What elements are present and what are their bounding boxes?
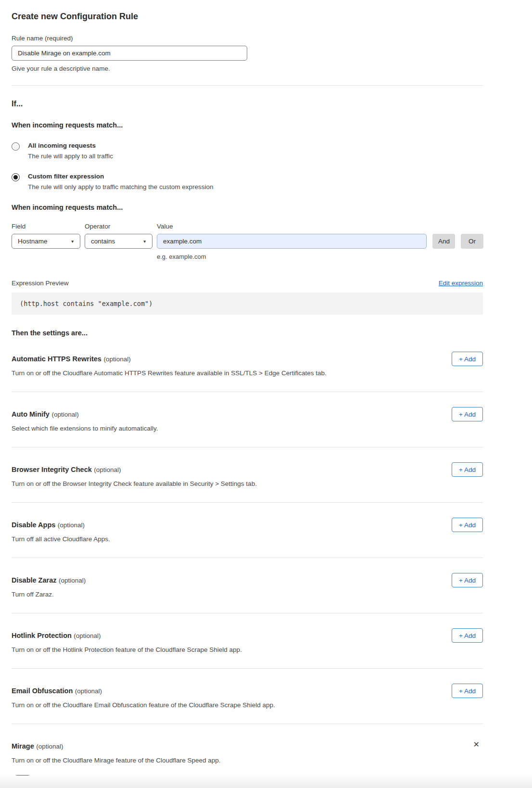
radio-icon-selected[interactable] bbox=[12, 173, 20, 181]
setting-optional-label: (optional) bbox=[75, 687, 102, 695]
create-configuration-rule-page: Create new Configuration Rule Rule name … bbox=[0, 0, 532, 788]
add-button[interactable]: + Add bbox=[452, 684, 483, 698]
setting-row-automatic-https-rewrites: Automatic HTTPS Rewrites (optional) Turn… bbox=[12, 337, 483, 392]
setting-row-browser-integrity-check: Browser Integrity Check (optional) Turn … bbox=[12, 447, 483, 503]
close-icon[interactable]: ✕ bbox=[473, 741, 480, 749]
operator-select-value: contains bbox=[91, 238, 115, 245]
radio-option-custom-filter[interactable]: Custom filter expression The rule will o… bbox=[12, 173, 483, 191]
setting-title: Hotlink Protection bbox=[12, 632, 72, 639]
chevron-down-icon: ▼ bbox=[71, 239, 75, 244]
field-label: Field bbox=[12, 223, 80, 230]
page-title: Create new Configuration Rule bbox=[12, 12, 483, 22]
section-divider bbox=[12, 85, 483, 86]
setting-description: Turn on or off the Cloudflare Automatic … bbox=[12, 369, 483, 377]
rule-name-helper: Give your rule a descriptive name. bbox=[12, 65, 483, 72]
match-subheading: When incoming requests match... bbox=[12, 121, 483, 129]
setting-title: Disable Apps bbox=[12, 521, 55, 529]
setting-description: Turn off all active Cloudflare Apps. bbox=[12, 535, 483, 543]
expression-preview-label: Expression Preview bbox=[12, 280, 69, 287]
value-helper: e.g. example.com bbox=[157, 253, 483, 260]
expression-builder-row: Field Hostname ▼ Operator contains ▼ Val… bbox=[12, 223, 483, 249]
setting-title: Auto Minify bbox=[12, 410, 50, 418]
setting-title: Browser Integrity Check bbox=[12, 466, 92, 473]
field-select[interactable]: Hostname ▼ bbox=[12, 234, 80, 249]
add-button[interactable]: + Add bbox=[452, 628, 483, 643]
edit-expression-link[interactable]: Edit expression bbox=[439, 280, 483, 287]
setting-optional-label: (optional) bbox=[51, 411, 78, 418]
add-button[interactable]: + Add bbox=[452, 352, 483, 366]
then-settings-heading: Then the settings are... bbox=[12, 329, 483, 337]
add-button[interactable]: + Add bbox=[452, 407, 483, 421]
setting-optional-label: (optional) bbox=[74, 632, 101, 639]
radio-label: Custom filter expression bbox=[28, 173, 213, 180]
operator-select[interactable]: contains ▼ bbox=[85, 234, 152, 249]
and-button[interactable]: And bbox=[432, 234, 455, 249]
expression-preview-code: (http.host contains "example.com") bbox=[12, 292, 483, 315]
rule-name-input[interactable] bbox=[12, 46, 247, 61]
add-button[interactable]: + Add bbox=[452, 573, 483, 587]
chevron-down-icon: ▼ bbox=[143, 239, 147, 244]
setting-row-auto-minify: Auto Minify (optional) Select which file… bbox=[12, 392, 483, 447]
if-heading: If... bbox=[12, 100, 483, 108]
radio-icon-unselected[interactable] bbox=[12, 142, 20, 151]
setting-optional-label: (optional) bbox=[94, 466, 121, 473]
setting-optional-label: (optional) bbox=[58, 521, 85, 529]
setting-optional-label: (optional) bbox=[36, 743, 63, 750]
radio-option-all-requests[interactable]: All incoming requests The rule will appl… bbox=[12, 142, 483, 160]
setting-optional-label: (optional) bbox=[59, 577, 86, 584]
radio-description: The rule will apply to all traffic bbox=[28, 153, 113, 160]
setting-title: Disable Zaraz bbox=[12, 576, 57, 584]
radio-label: All incoming requests bbox=[28, 142, 113, 149]
value-input[interactable] bbox=[157, 234, 427, 249]
setting-row-disable-apps: Disable Apps (optional) Turn off all act… bbox=[12, 503, 483, 558]
setting-title: Email Obfuscation bbox=[12, 687, 73, 695]
expression-preview-header: Expression Preview Edit expression bbox=[12, 280, 483, 287]
rule-name-label: Rule name (required) bbox=[12, 35, 483, 42]
setting-description: Turn on or off the Hotlink Protection fe… bbox=[12, 646, 483, 653]
setting-description: Turn on or off the Browser Integrity Che… bbox=[12, 480, 483, 487]
or-button[interactable]: Or bbox=[461, 234, 483, 249]
setting-title: Automatic HTTPS Rewrites bbox=[12, 355, 101, 363]
radio-description: The rule will only apply to traffic matc… bbox=[28, 183, 213, 191]
setting-row-email-obfuscation: Email Obfuscation (optional) Turn on or … bbox=[12, 669, 483, 724]
setting-description: Turn on or off the Cloudflare Mirage fea… bbox=[12, 757, 483, 764]
add-button[interactable]: + Add bbox=[452, 462, 483, 477]
setting-optional-label: (optional) bbox=[103, 356, 130, 363]
value-label: Value bbox=[157, 223, 427, 230]
setting-description: Select which file extensions to minify a… bbox=[12, 425, 483, 432]
setting-title: Mirage bbox=[12, 742, 34, 750]
setting-row-disable-zaraz: Disable Zaraz (optional) Turn off Zaraz.… bbox=[12, 558, 483, 613]
setting-row-hotlink-protection: Hotlink Protection (optional) Turn on or… bbox=[12, 613, 483, 669]
add-button[interactable]: + Add bbox=[452, 518, 483, 532]
builder-heading: When incoming requests match... bbox=[12, 203, 483, 211]
page-bottom-fade bbox=[0, 775, 532, 788]
operator-label: Operator bbox=[85, 223, 152, 230]
setting-description: Turn on or off the Cloudflare Email Obfu… bbox=[12, 701, 483, 709]
field-select-value: Hostname bbox=[18, 238, 48, 245]
setting-description: Turn off Zaraz. bbox=[12, 591, 483, 598]
